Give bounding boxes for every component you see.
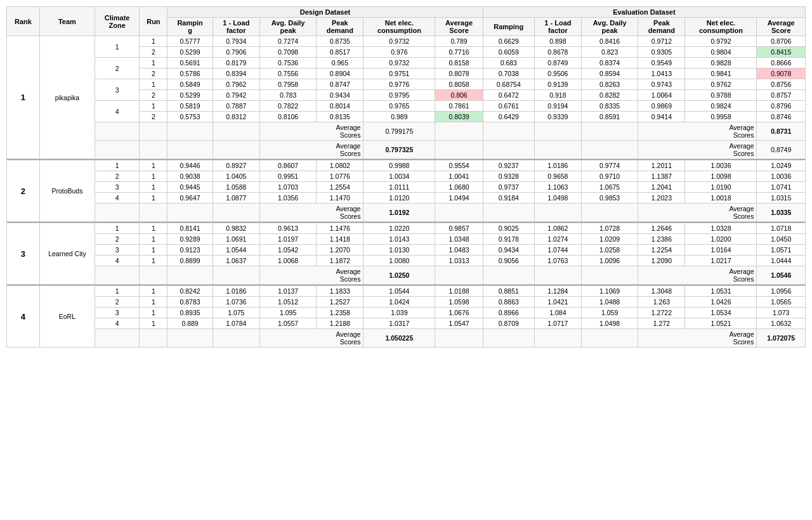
evaluation-dataset-header: Evaluation Dataset: [483, 7, 805, 18]
ramping-cell: 0.9289: [167, 234, 213, 245]
avg-score-cell: 1.0041: [435, 171, 483, 182]
load_factor-cell: 0.8179: [213, 58, 259, 68]
avg-score-cell: 1.0188: [435, 286, 483, 297]
avg-score-value: 1.050225: [363, 329, 435, 348]
table-row: 2ProtoBuds110.94460.89270.86071.08020.99…: [7, 160, 806, 171]
ramping-cell: 0.9446: [167, 160, 213, 171]
avg-label-eval: AverageScores: [638, 329, 757, 348]
zone-cell: 3: [95, 245, 140, 256]
peak_demand-cell: 0.8735: [317, 36, 363, 47]
peak_demand_eval-cell: 1.263: [638, 297, 685, 308]
ramping_eval-cell: 0.7038: [483, 68, 534, 79]
run-cell: 1: [140, 286, 167, 297]
avg-score-value: 1.0250: [363, 266, 435, 285]
ramping_eval-cell: 0.8709: [483, 318, 534, 329]
run-cell: 1: [140, 58, 167, 68]
table-row: 210.90381.04050.99511.07761.00341.00410.…: [7, 171, 806, 182]
peak_demand-cell: 1.1833: [317, 286, 363, 297]
design-dataset-header: Design Dataset: [167, 7, 483, 18]
ramping-cell: 0.5691: [167, 58, 213, 68]
net_elec_eval-cell: 0.9792: [685, 36, 757, 47]
run-cell: 1: [140, 256, 167, 266]
load_factor-cell: 1.0691: [213, 234, 259, 245]
net_elec-cell: 0.976: [363, 47, 435, 58]
avg-score-eval-cell: 0.9078: [757, 68, 806, 79]
zone-cell: 2: [95, 234, 140, 245]
peak_demand_eval-cell: 0.9414: [638, 112, 685, 122]
avg-score-row: AverageScores1.0250AverageScores1.0546: [7, 266, 806, 285]
avg_daily_peak-cell: 0.9613: [259, 223, 316, 234]
table-row: 1pikapika110.57770.79340.72740.87350.973…: [7, 36, 806, 47]
avg-score-cell: 1.0598: [435, 297, 483, 308]
avg-blank-eval-cell: [534, 141, 581, 159]
avg_daily_peak-cell: 1.0542: [259, 245, 316, 256]
ramping_eval-cell: 0.9328: [483, 171, 534, 182]
avg_daily_peak_eval-cell: 1.0675: [581, 182, 638, 193]
peak_demand_eval-cell: 1.2254: [638, 245, 685, 256]
avg_daily_peak_eval-cell: 1.0209: [581, 234, 638, 245]
net_elec_eval-cell: 0.9841: [685, 68, 757, 79]
avg-blank-eval-cell: [581, 204, 638, 222]
peak_demand-cell: 1.2070: [317, 245, 363, 256]
avg-score-eval-cell: 0.8757: [757, 90, 806, 101]
load_factor_eval-cell: 0.8678: [534, 47, 581, 58]
peak_demand_eval-cell: 1.2023: [638, 193, 685, 204]
avg_daily_peak_eval-cell: 1.1069: [581, 286, 638, 297]
load_factor-cell: 1.0784: [213, 318, 259, 329]
load_factor-cell: 1.075: [213, 308, 259, 318]
col-run: Run: [140, 7, 167, 36]
avg-score-row: AverageScores0.799175AverageScores0.8731: [7, 122, 806, 141]
net_elec_eval-cell: 1.0190: [685, 182, 757, 193]
avg-blank-cell: [95, 329, 140, 348]
avg-score-cell: 1.0547: [435, 318, 483, 329]
avg-blank-eval-cell: [435, 329, 483, 348]
ramping-cell: 0.5777: [167, 36, 213, 47]
ramping-cell: 0.9123: [167, 245, 213, 256]
avg_daily_peak_eval-cell: 0.8374: [581, 58, 638, 68]
peak_demand-cell: 1.2554: [317, 182, 363, 193]
ramping-cell: 0.5786: [167, 68, 213, 79]
load_factor_eval-cell: 1.0763: [534, 256, 581, 266]
col-net-elec: Net elec.consumption: [363, 18, 435, 36]
col-ramping: Ramping: [167, 18, 213, 36]
load_factor-cell: 0.8312: [213, 112, 259, 122]
load_factor_eval-cell: 1.0498: [534, 193, 581, 204]
avg_daily_peak-cell: 1.0356: [259, 193, 316, 204]
run-cell: 1: [140, 193, 167, 204]
avg_daily_peak-cell: 1.095: [259, 308, 316, 318]
avg-label-design: AverageScores: [259, 329, 363, 348]
avg_daily_peak-cell: 1.0137: [259, 286, 316, 297]
avg-blank-eval-cell: [483, 329, 534, 348]
table-row: 4EoRL110.82421.01861.01371.18331.05441.0…: [7, 286, 806, 297]
avg-blank-cell: [140, 141, 167, 159]
avg-blank-eval-cell: [483, 204, 534, 222]
ramping_eval-cell: 0.8851: [483, 286, 534, 297]
run-cell: 1: [140, 182, 167, 193]
col-avg-daily-peak-eval: Avg. Dailypeak: [581, 18, 638, 36]
avg-score-cell: 1.0483: [435, 245, 483, 256]
avg-score-cell: 0.8158: [435, 58, 483, 68]
run-cell: 1: [140, 101, 167, 112]
zone-cell: 4: [95, 256, 140, 266]
load_factor-cell: 1.0544: [213, 245, 259, 256]
avg-score-eval-value: 0.8731: [757, 122, 806, 141]
peak_demand_eval-cell: 0.9743: [638, 79, 685, 90]
peak_demand_eval-cell: 1.2646: [638, 223, 685, 234]
zone-cell: 3: [95, 79, 140, 101]
avg-blank-eval-cell: [534, 329, 581, 348]
peak_demand_eval-cell: 0.9305: [638, 47, 685, 58]
net_elec-cell: 1.039: [363, 308, 435, 318]
load_factor_eval-cell: 1.1063: [534, 182, 581, 193]
net_elec-cell: 1.0120: [363, 193, 435, 204]
load_factor-cell: 0.7906: [213, 47, 259, 58]
load_factor_eval-cell: 1.0421: [534, 297, 581, 308]
run-cell: 1: [140, 297, 167, 308]
col-team: Team: [39, 7, 95, 36]
net_elec_eval-cell: 0.9788: [685, 90, 757, 101]
peak_demand-cell: 1.1470: [317, 193, 363, 204]
col-load-factor-eval: 1 - Loadfactor: [534, 18, 581, 36]
run-cell: 1: [140, 245, 167, 256]
net_elec-cell: 1.0034: [363, 171, 435, 182]
avg-score-eval-cell: 0.8746: [757, 112, 806, 122]
avg_daily_peak-cell: 0.7822: [259, 101, 316, 112]
